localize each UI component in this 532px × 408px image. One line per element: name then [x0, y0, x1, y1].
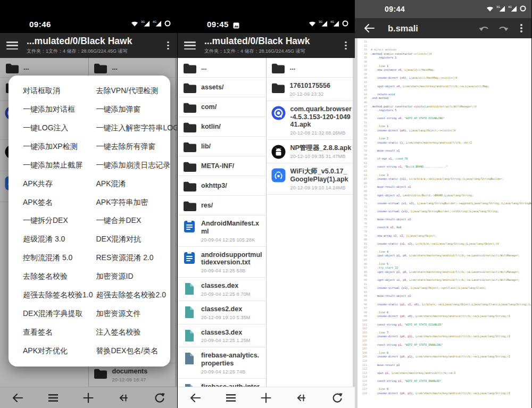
overflow-menu-icon[interactable] — [339, 39, 353, 53]
file-row[interactable]: com/ — [178, 97, 266, 117]
menu-item[interactable]: APK共存 — [23, 179, 96, 189]
file-row[interactable]: 1761017555620-12-09 23:32 — [267, 78, 355, 101]
file-row[interactable]: kotlin/ — [178, 117, 266, 137]
menu-item[interactable]: 去除签名校验 — [23, 272, 96, 281]
menu-item[interactable]: 去除VPN/代理检测 — [96, 86, 170, 96]
file-row[interactable]: firebase-analytics.properties20-09-04 12… — [178, 347, 266, 379]
code-line — [371, 40, 531, 44]
storage-subtitle: 文件夹：1文件：4 储存：28.16G/224.45G 读写 — [204, 48, 310, 55]
path-title: ...mulated/0/Black Hawk — [27, 36, 132, 46]
menu-item[interactable]: 注入签名校验 — [96, 328, 170, 337]
menu-item[interactable]: APK对齐优化 — [23, 346, 96, 356]
battery-icon — [342, 19, 348, 29]
code-line: move-result p1 — [371, 363, 531, 368]
overflow-menu-icon[interactable] — [161, 39, 175, 53]
menu-item[interactable]: 一键添加弹窗 — [96, 105, 170, 114]
file-name: ... — [201, 64, 206, 72]
redo-icon[interactable] — [495, 21, 511, 36]
apk-wifi-icon — [271, 168, 286, 182]
menu-item[interactable]: 加密资源ID — [96, 272, 170, 281]
file-row[interactable]: ... — [267, 58, 355, 78]
code-editor[interactable]: 3132333435363738394041424344454647484950… — [355, 38, 531, 408]
file-row[interactable]: androidsupportmultidexversion.txt20-09-0… — [178, 247, 266, 278]
file-row[interactable]: classes3.dex20-09-04 12:25 1.25M — [178, 324, 266, 348]
file-row[interactable]: classes2.dex20-12-09 19:10 5.35M — [178, 301, 266, 324]
menu-item[interactable]: 一键添加XP检测 — [23, 142, 96, 152]
menu-item[interactable]: APK混淆 — [96, 179, 170, 189]
clock: 09:45 — [207, 20, 229, 29]
menu-item[interactable]: 一键LOG注入 — [23, 123, 96, 133]
line-number: 104 — [358, 335, 367, 339]
file-row[interactable]: ... — [178, 58, 266, 78]
svg-text:4G: 4G — [153, 20, 156, 23]
file-name: androidsupportmultidexversion.txt — [201, 251, 263, 267]
menu-item[interactable]: DEX混淆字典提取 — [23, 309, 96, 319]
undo-icon[interactable] — [476, 21, 492, 36]
menu-item[interactable]: 一键合并DEX — [96, 216, 170, 226]
smali-editor-screen: 09:44 3G4G b.smali 313233343536373839404… — [355, 0, 531, 408]
menu-item[interactable]: 一键添加禁止截屏 — [23, 161, 96, 170]
menu-item[interactable]: 一键注入解密字符串LOG — [96, 123, 170, 133]
menu-item[interactable]: RES资源混淆 2.0 — [96, 253, 170, 263]
menu-item[interactable]: 替换DEX包名/类名 — [96, 346, 170, 356]
status-icons: 3G4G — [309, 19, 348, 29]
code-line: invoke-direct {p0, p1}, Lcom/share/maste… — [371, 392, 531, 396]
line-number: 43 — [358, 88, 367, 93]
line-number: 47 — [358, 105, 367, 109]
code-line — [371, 230, 531, 234]
add-button[interactable] — [257, 390, 275, 406]
back-button[interactable] — [186, 390, 204, 406]
menu-item[interactable]: DEX混淆对抗 — [96, 235, 170, 244]
back-arrow-icon[interactable] — [361, 21, 377, 36]
code-line: invoke-virtual {v1}, Ljava/lang/Object;-… — [371, 286, 531, 290]
wifi-icon — [486, 4, 494, 14]
menu-item[interactable]: 控制流混淆 5.0 — [23, 253, 96, 263]
line-number: 115 — [358, 379, 367, 384]
line-number: 69 — [358, 194, 367, 198]
file-row[interactable]: com.quark.browser-4.5.3.153-120-104941.a… — [267, 101, 355, 140]
app-bar: ...mulated/0/Black Hawk 文件夹：1文件：4 储存：28.… — [0, 33, 177, 58]
file-row[interactable]: assets/ — [178, 78, 266, 97]
menu-item[interactable]: 查看签名 — [23, 328, 96, 337]
menu-item[interactable]: APK签名 — [23, 198, 96, 207]
signal-4g-icon: 4G — [330, 19, 339, 29]
file-row[interactable]: META-INF/ — [178, 156, 266, 176]
menu-item[interactable]: 对话框取消 — [23, 86, 96, 96]
jump-button[interactable] — [293, 390, 311, 406]
file-row[interactable]: WiFi大师_v5.0.17_GooglePlay(1).apk20-12-09… — [267, 163, 355, 195]
overflow-menu-icon[interactable] — [514, 21, 528, 35]
menu-hamburger-icon[interactable] — [6, 41, 18, 49]
file-row[interactable]: AndroidManifest.xml20-09-04 12:25 105.28… — [178, 215, 266, 247]
menu-hamburger-icon[interactable] — [184, 41, 196, 49]
file-row[interactable]: lib/ — [178, 137, 266, 156]
menu-item[interactable]: 一键添加对话框 — [23, 105, 96, 114]
code-line: sget-object v2, Landroid/os/Build;->BRAN… — [371, 194, 531, 198]
file-row[interactable]: firebase-auth-interop.properties20-09-04… — [178, 379, 266, 387]
menu-item[interactable]: 一键添加崩溃日志记录 — [96, 161, 170, 170]
code-line: .line 5 — [371, 262, 531, 267]
line-number: 118 — [358, 392, 367, 396]
code-line: invoke-direct {p0, p1}, Lcom/share/maste… — [371, 355, 531, 359]
file-row[interactable]: res/ — [178, 196, 266, 215]
file-row[interactable]: classes.dex20-09-04 12:25 8.70M — [178, 278, 266, 301]
status-icons: 3G4G — [131, 19, 171, 29]
menu-item[interactable]: 一键去除所有弹窗 — [96, 142, 170, 152]
file-row[interactable]: NP管理器_2.8.8.apk20-12-10 09:35 31.47MB — [267, 140, 355, 163]
apk-tools-popup-menu: 对话框取消一键添加对话框一键LOG注入一键添加XP检测一键添加禁止截屏APK共存… — [9, 76, 170, 367]
refresh-button[interactable] — [328, 390, 346, 406]
file-row[interactable]: okhttp3/ — [178, 176, 266, 196]
menu-item[interactable]: 超强去除签名校验1.0 — [23, 290, 96, 300]
folder-icon — [182, 200, 196, 211]
line-number: 79 — [358, 234, 367, 238]
code-line: invoke-static {v1}, Lc/a/b/a/a;->a(Ljava… — [371, 177, 531, 181]
menu-item[interactable]: 一键拆分DEX — [23, 216, 96, 226]
menu-item[interactable]: 加密资源文件 — [96, 309, 170, 319]
menu-item[interactable]: APK字符串加密 — [96, 198, 170, 207]
list-button[interactable] — [222, 390, 240, 406]
line-number: 94 — [358, 294, 367, 298]
code-line — [371, 153, 531, 157]
file-meta: 20-09-04 12:25 1.25M — [201, 338, 251, 343]
menu-item[interactable]: 超强去除签名校验2.0 — [96, 290, 170, 300]
code-line: iget-object v1, p0, Lcom/share/masterkey… — [371, 278, 531, 282]
menu-item[interactable]: 超级混淆 3.0 — [23, 235, 96, 244]
